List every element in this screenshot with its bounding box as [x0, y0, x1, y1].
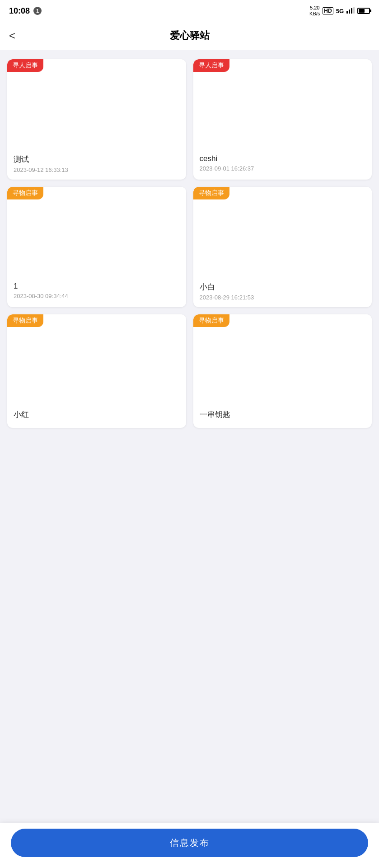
- list-item[interactable]: 寻物启事 一串钥匙: [193, 314, 372, 428]
- status-time: 10:08: [9, 6, 30, 16]
- status-bar: 10:08 1 5.20KB/s HD 5G: [0, 0, 379, 22]
- page-title: 爱心驿站: [170, 29, 210, 43]
- hd-icon: HD: [323, 7, 333, 14]
- card-info: 小白 2023-08-29 16:21:53: [193, 277, 372, 307]
- card-name: 一串钥匙: [200, 409, 366, 420]
- svg-rect-3: [353, 7, 355, 14]
- publish-button[interactable]: 信息发布: [11, 829, 368, 857]
- card-info: 一串钥匙: [193, 405, 372, 428]
- card-date: 2023-08-30 09:34:44: [14, 293, 180, 299]
- card-name: 1: [14, 282, 180, 291]
- card-info: 1 2023-08-30 09:34:44: [7, 277, 186, 306]
- bottom-bar: 信息发布: [0, 823, 379, 868]
- card-badge: 寻人启事: [7, 59, 43, 72]
- card-image-area: 寻物启事: [7, 314, 186, 405]
- card-name: 测试: [14, 154, 180, 165]
- status-icons: 5.20KB/s HD 5G: [309, 5, 370, 17]
- card-date: 2023-08-29 16:21:53: [200, 294, 366, 301]
- list-item[interactable]: 寻人启事 ceshi 2023-09-01 16:26:37: [193, 59, 372, 180]
- list-item[interactable]: 寻物启事 1 2023-08-30 09:34:44: [7, 187, 186, 307]
- card-name: 小红: [14, 409, 180, 420]
- card-name: 小白: [200, 282, 366, 292]
- card-badge: 寻物启事: [7, 187, 43, 199]
- card-badge: 寻物启事: [7, 314, 43, 327]
- list-item[interactable]: 寻物启事 小白 2023-08-29 16:21:53: [193, 187, 372, 307]
- card-image-area: 寻人启事: [193, 59, 372, 150]
- svg-rect-0: [346, 11, 348, 14]
- card-image-area: 寻物启事: [7, 187, 186, 277]
- back-button[interactable]: <: [9, 29, 15, 42]
- notification-badge: 1: [33, 7, 42, 15]
- card-date: 2023-09-01 16:26:37: [200, 165, 366, 172]
- svg-rect-2: [351, 8, 352, 14]
- card-image-area: 寻人启事: [7, 59, 186, 150]
- list-item[interactable]: 寻物启事 小红: [7, 314, 186, 428]
- card-badge: 寻物启事: [193, 187, 229, 199]
- card-info: 测试 2023-09-12 16:33:13: [7, 150, 186, 180]
- card-info: ceshi 2023-09-01 16:26:37: [193, 150, 372, 178]
- header: < 爱心驿站: [0, 22, 379, 50]
- card-name: ceshi: [200, 154, 366, 163]
- card-image-area: 寻物启事: [193, 314, 372, 405]
- battery-icon: [357, 8, 370, 14]
- speed-indicator: 5.20KB/s: [309, 5, 320, 17]
- list-item[interactable]: 寻人启事 测试 2023-09-12 16:33:13: [7, 59, 186, 180]
- cards-grid: 寻人启事 测试 2023-09-12 16:33:13 寻人启事 ceshi 2…: [7, 59, 372, 428]
- card-badge: 寻物启事: [193, 314, 229, 327]
- svg-rect-1: [349, 9, 350, 14]
- network-icon: 5G: [336, 8, 344, 14]
- signal-icon: [346, 7, 355, 15]
- card-date: 2023-09-12 16:33:13: [14, 166, 180, 173]
- content-area: 寻人启事 测试 2023-09-12 16:33:13 寻人启事 ceshi 2…: [0, 50, 379, 482]
- card-image-area: 寻物启事: [193, 187, 372, 277]
- card-badge: 寻人启事: [193, 59, 229, 72]
- card-info: 小红: [7, 405, 186, 428]
